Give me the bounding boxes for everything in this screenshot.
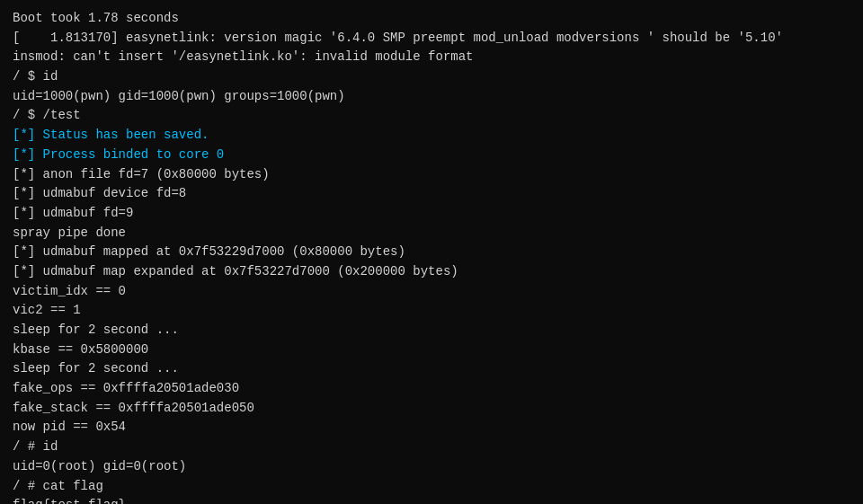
line-text: now pid == 0x54	[13, 420, 126, 434]
terminal-line: kbase == 0x5800000	[13, 340, 850, 360]
line-text: flag{test_flag}	[13, 498, 126, 504]
line-text: / $ /test	[13, 108, 81, 122]
line-text: [*] udmabuf device fd=8	[13, 186, 186, 200]
line-text: [*] Process binded to core 0	[13, 147, 224, 162]
line-text: / $ id	[13, 69, 58, 84]
line-text: [*] udmabuf mapped at 0x7f53229d7000 (0x…	[13, 244, 405, 259]
line-text: / # id	[13, 439, 58, 454]
terminal-line: [*] anon file fd=7 (0x80000 bytes)	[13, 165, 850, 185]
terminal-window[interactable]: Boot took 1.78 seconds[ 1.813170] easyne…	[0, 0, 863, 504]
terminal-line: [ 1.813170] easynetlink: version magic '…	[13, 29, 850, 49]
line-text: victim_idx == 0	[13, 284, 126, 298]
line-text: uid=0(root) gid=0(root)	[13, 459, 186, 473]
line-text: / # cat flag	[13, 479, 103, 493]
line-text: sleep for 2 second ...	[13, 361, 179, 376]
line-text: sleep for 2 second ...	[13, 323, 179, 337]
line-text: [*] Status has been saved.	[13, 128, 209, 142]
line-text: [*] udmabuf fd=9	[13, 206, 133, 220]
line-text: Boot took 1.78 seconds	[13, 11, 179, 25]
line-text: uid=1000(pwn) gid=1000(pwn) groups=1000(…	[13, 89, 345, 103]
line-text: spray pipe done	[13, 225, 126, 240]
terminal-line: [*] Status has been saved.	[13, 126, 850, 146]
terminal-line: vic2 == 1	[13, 301, 850, 321]
terminal-line: victim_idx == 0	[13, 282, 850, 302]
terminal-line: / # id	[13, 438, 850, 457]
terminal-line: sleep for 2 second ...	[13, 321, 850, 340]
terminal-line: fake_stack == 0xffffa20501ade050	[13, 399, 850, 419]
terminal-line: / $ /test	[13, 106, 850, 126]
terminal-line: uid=1000(pwn) gid=1000(pwn) groups=1000(…	[13, 87, 850, 107]
terminal-line: spray pipe done	[13, 224, 850, 243]
terminal-line: [*] udmabuf fd=9	[13, 204, 850, 224]
terminal-line: [*] udmabuf map expanded at 0x7f53227d70…	[13, 262, 850, 282]
terminal-line: [*] Process binded to core 0	[13, 146, 850, 165]
terminal-line: [*] udmabuf mapped at 0x7f53229d7000 (0x…	[13, 243, 850, 262]
terminal-line: [*] udmabuf device fd=8	[13, 184, 850, 204]
line-text: [*] udmabuf map expanded at 0x7f53227d70…	[13, 264, 458, 279]
terminal-line: fake_ops == 0xffffa20501ade030	[13, 379, 850, 399]
terminal-line: / # cat flag	[13, 477, 850, 497]
terminal-line: Boot took 1.78 seconds	[13, 9, 850, 29]
line-text: fake_stack == 0xffffa20501ade050	[13, 401, 254, 415]
line-text: [ 1.813170] easynetlink: version magic '…	[13, 31, 783, 45]
line-text: insmod: can't insert '/easynetlink.ko': …	[13, 49, 473, 64]
line-text: kbase == 0x5800000	[13, 342, 148, 357]
terminal-line: uid=0(root) gid=0(root)	[13, 457, 850, 477]
terminal-line: insmod: can't insert '/easynetlink.ko': …	[13, 48, 850, 67]
terminal-line: / $ id	[13, 67, 850, 87]
line-text: fake_ops == 0xffffa20501ade030	[13, 381, 239, 395]
terminal-line: sleep for 2 second ...	[13, 359, 850, 379]
terminal-line: flag{test_flag}	[13, 496, 850, 504]
terminal-line: now pid == 0x54	[13, 418, 850, 438]
line-text: vic2 == 1	[13, 303, 81, 317]
line-text: [*] anon file fd=7 (0x80000 bytes)	[13, 167, 270, 181]
